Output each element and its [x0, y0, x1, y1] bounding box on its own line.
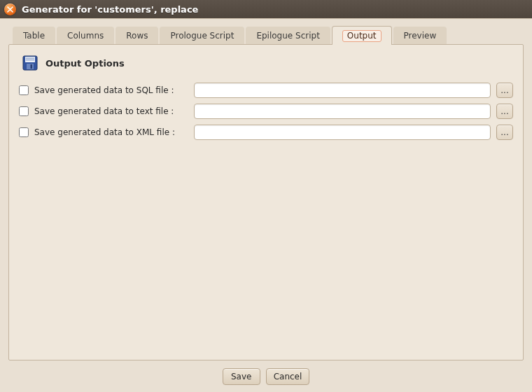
row-text-file: Save generated data to text file : ...: [19, 104, 513, 119]
tab-preview[interactable]: Preview: [393, 27, 447, 44]
tab-output[interactable]: Output: [332, 26, 392, 45]
browse-sql-button[interactable]: ...: [496, 83, 513, 98]
window-title: Generator for 'customers', replace: [22, 4, 198, 15]
label-save-sql: Save generated data to SQL file :: [34, 85, 188, 95]
label-save-text: Save generated data to text file :: [34, 106, 188, 116]
dialog-button-bar: Save Cancel: [0, 368, 532, 385]
tab-rows[interactable]: Rows: [115, 27, 158, 44]
label-save-xml: Save generated data to XML file :: [34, 127, 188, 137]
checkbox-save-sql[interactable]: [19, 85, 29, 95]
svg-rect-2: [26, 58, 34, 59]
input-text-path[interactable]: [194, 104, 491, 119]
input-xml-path[interactable]: [194, 125, 491, 140]
save-disk-icon: [22, 55, 38, 71]
tab-columns[interactable]: Columns: [57, 27, 114, 44]
tab-label: Prologue Script: [170, 31, 234, 41]
svg-rect-5: [31, 64, 33, 69]
row-sql-file: Save generated data to SQL file : ...: [19, 83, 513, 98]
save-button[interactable]: Save: [223, 368, 260, 385]
titlebar: Generator for 'customers', replace: [0, 0, 532, 18]
tab-label: Rows: [126, 31, 148, 41]
section-header: Output Options: [22, 55, 513, 71]
checkbox-save-text[interactable]: [19, 106, 29, 116]
tab-label: Preview: [404, 31, 437, 41]
cancel-button[interactable]: Cancel: [266, 368, 310, 385]
tab-epilogue-script[interactable]: Epilogue Script: [246, 27, 330, 44]
checkbox-save-xml[interactable]: [19, 127, 29, 137]
tab-prologue-script[interactable]: Prologue Script: [160, 27, 244, 44]
tab-label: Table: [23, 31, 45, 41]
tab-label: Epilogue Script: [256, 31, 319, 41]
tab-panel-output: Output Options Save generated data to SQ…: [8, 44, 524, 360]
tab-label: Output: [342, 30, 382, 42]
browse-text-button[interactable]: ...: [496, 104, 513, 119]
row-xml-file: Save generated data to XML file : ...: [19, 125, 513, 140]
svg-rect-3: [26, 59, 34, 60]
tab-label: Columns: [67, 31, 104, 41]
section-title: Output Options: [46, 58, 125, 69]
input-sql-path[interactable]: [194, 83, 491, 98]
window-body: Table Columns Rows Prologue Script Epilo…: [0, 18, 532, 392]
browse-xml-button[interactable]: ...: [496, 125, 513, 140]
tab-table[interactable]: Table: [13, 27, 55, 44]
tabstrip: Table Columns Rows Prologue Script Epilo…: [8, 26, 524, 44]
close-icon[interactable]: [4, 4, 16, 15]
svg-rect-4: [27, 64, 34, 69]
